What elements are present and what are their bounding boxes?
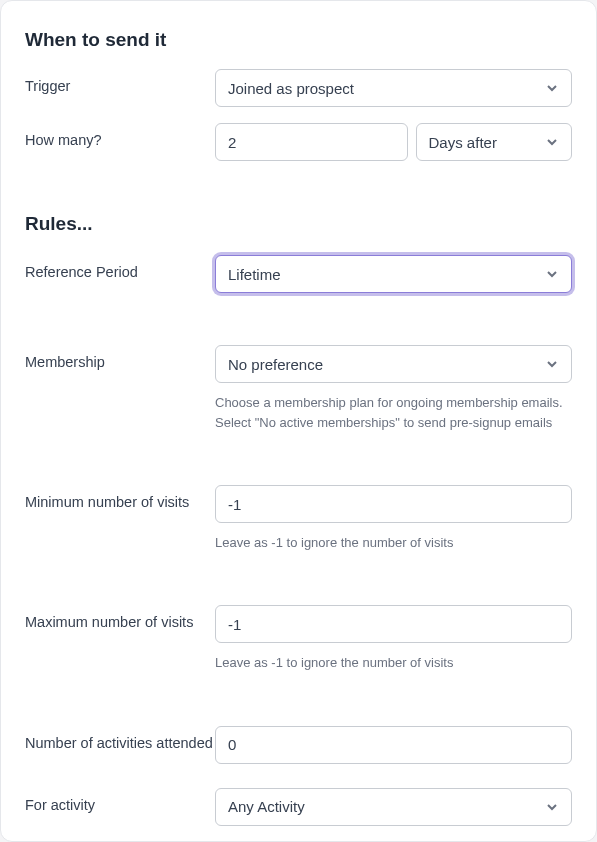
membership-label: Membership bbox=[25, 345, 215, 373]
how-many-label: How many? bbox=[25, 123, 215, 151]
row-trigger: Trigger bbox=[25, 69, 572, 107]
how-many-unit-select[interactable] bbox=[416, 123, 572, 161]
section-title-rules: Rules... bbox=[25, 213, 572, 235]
row-how-many: How many? bbox=[25, 123, 572, 161]
row-min-visits: Minimum number of visits Leave as -1 to … bbox=[25, 485, 572, 553]
activities-attended-input[interactable] bbox=[215, 726, 572, 764]
how-many-unit-wrap bbox=[416, 123, 572, 161]
membership-select-wrap bbox=[215, 345, 572, 383]
reference-period-select[interactable] bbox=[215, 255, 572, 293]
trigger-label: Trigger bbox=[25, 69, 215, 97]
activities-attended-label: Number of activities attended bbox=[25, 726, 215, 754]
reference-period-select-wrap bbox=[215, 255, 572, 293]
section-title-when: When to send it bbox=[25, 29, 572, 51]
form-card: When to send it Trigger How many? Rules.… bbox=[0, 0, 597, 842]
max-visits-helper: Leave as -1 to ignore the number of visi… bbox=[215, 653, 572, 673]
how-many-input[interactable] bbox=[215, 123, 408, 161]
for-activity-select-wrap bbox=[215, 788, 572, 826]
reference-period-label: Reference Period bbox=[25, 255, 215, 283]
max-visits-label: Maximum number of visits bbox=[25, 605, 215, 633]
membership-select[interactable] bbox=[215, 345, 572, 383]
min-visits-helper: Leave as -1 to ignore the number of visi… bbox=[215, 533, 572, 553]
min-visits-label: Minimum number of visits bbox=[25, 485, 215, 513]
for-activity-label: For activity bbox=[25, 788, 215, 816]
row-reference-period: Reference Period bbox=[25, 255, 572, 293]
row-activities-attended: Number of activities attended bbox=[25, 726, 572, 764]
trigger-select-wrap bbox=[215, 69, 572, 107]
row-for-activity: For activity bbox=[25, 788, 572, 826]
row-membership: Membership Choose a membership plan for … bbox=[25, 345, 572, 433]
min-visits-input[interactable] bbox=[215, 485, 572, 523]
row-max-visits: Maximum number of visits Leave as -1 to … bbox=[25, 605, 572, 673]
trigger-select[interactable] bbox=[215, 69, 572, 107]
for-activity-select[interactable] bbox=[215, 788, 572, 826]
max-visits-input[interactable] bbox=[215, 605, 572, 643]
membership-helper: Choose a membership plan for ongoing mem… bbox=[215, 393, 572, 433]
